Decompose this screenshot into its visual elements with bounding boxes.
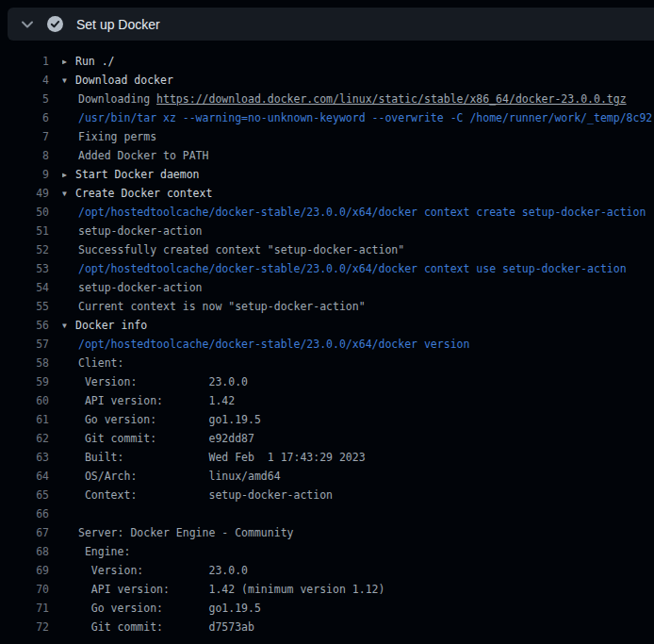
log-line: 50/opt/hostedtoolcache/docker-stable/23.… <box>0 203 654 222</box>
log-line-number[interactable]: 70 <box>0 580 49 599</box>
log-text-line: Version: 23.0.0 <box>62 372 654 391</box>
log-line-number[interactable]: 59 <box>0 372 49 391</box>
log-line-number[interactable]: 49 <box>0 184 49 203</box>
log-line: 9▶Start Docker daemon <box>0 165 654 184</box>
log-line: 70 API version: 1.42 (minimum version 1.… <box>0 580 654 599</box>
caret-expanded-icon[interactable]: ▼ <box>62 72 75 90</box>
log-text-line: Added Docker to PATH <box>62 146 654 165</box>
caret-collapsed-icon[interactable]: ▶ <box>62 166 75 184</box>
log-group-header[interactable]: ▶Start Docker daemon <box>62 165 654 184</box>
log-line: 5Downloading https://download.docker.com… <box>0 90 654 108</box>
log-line-number[interactable]: 62 <box>0 429 49 448</box>
chevron-down-icon[interactable] <box>21 20 34 29</box>
log-line-number[interactable]: 52 <box>0 240 49 259</box>
log-line-number[interactable]: 53 <box>0 259 49 278</box>
log-group-header[interactable]: ▼Download docker <box>62 71 654 90</box>
log-line: 56▼Docker info <box>0 316 654 335</box>
log-line-number[interactable]: 51 <box>0 222 49 240</box>
log-line-number[interactable]: 67 <box>0 523 49 542</box>
log-line-number[interactable]: 68 <box>0 542 49 561</box>
log-text-line: Go version: go1.19.5 <box>62 599 654 618</box>
caret-expanded-icon[interactable]: ▼ <box>62 185 75 203</box>
log-line: 7Fixing perms <box>0 127 654 146</box>
log-group-header[interactable]: ▶Run ./ <box>62 52 654 71</box>
log-line-number[interactable]: 5 <box>0 90 49 108</box>
log-text-line: Built: Wed Feb 1 17:43:29 2023 <box>62 448 654 467</box>
caret-collapsed-icon[interactable]: ▶ <box>62 53 75 71</box>
log-line-number[interactable]: 55 <box>0 297 49 316</box>
log-line-number[interactable]: 7 <box>0 127 49 146</box>
log-text-line: setup-docker-action <box>62 222 654 240</box>
log-command-line: /opt/hostedtoolcache/docker-stable/23.0.… <box>62 335 654 354</box>
log-line-number[interactable]: 63 <box>0 448 49 467</box>
check-circle-icon <box>47 16 63 32</box>
log-output: 1▶Run ./4▼Download docker5Downloading ht… <box>0 41 654 636</box>
log-group-header[interactable]: ▼Create Docker context <box>62 184 654 203</box>
log-line-number[interactable]: 61 <box>0 410 49 429</box>
log-line-number[interactable]: 54 <box>0 278 49 297</box>
log-text: Downloading <box>78 92 156 106</box>
log-text-line <box>62 504 654 523</box>
log-line: 6/usr/bin/tar xz --warning=no-unknown-ke… <box>0 108 654 127</box>
log-line: 4▼Download docker <box>0 71 654 90</box>
log-line: 65 Context: setup-docker-action <box>0 486 654 504</box>
log-line-number[interactable]: 1 <box>0 52 49 71</box>
log-line: 59 Version: 23.0.0 <box>0 372 654 391</box>
log-line: 72 Git commit: d7573ab <box>0 618 654 636</box>
log-line: 58Client: <box>0 354 654 372</box>
log-text-line: Version: 23.0.0 <box>62 561 654 580</box>
log-line: 54setup-docker-action <box>0 278 654 297</box>
log-group-title[interactable]: Start Docker daemon <box>75 168 200 181</box>
log-line: 67Server: Docker Engine - Community <box>0 523 654 542</box>
caret-expanded-icon[interactable]: ▼ <box>62 317 75 335</box>
log-text-line: Git commit: e92dd87 <box>62 429 654 448</box>
log-line-number[interactable]: 57 <box>0 335 49 354</box>
log-url-link[interactable]: https://download.docker.com/linux/static… <box>156 92 627 106</box>
log-line-number[interactable]: 8 <box>0 146 49 165</box>
log-line-number[interactable]: 50 <box>0 203 49 222</box>
log-line: 60 API version: 1.42 <box>0 391 654 410</box>
log-text-line: Engine: <box>62 542 654 561</box>
log-line-number[interactable]: 58 <box>0 354 49 372</box>
log-line: 52Successfully created context "setup-do… <box>0 240 654 259</box>
log-text-line: OS/Arch: linux/amd64 <box>62 467 654 486</box>
log-text-line: Go version: go1.19.5 <box>62 410 654 429</box>
log-text-line: Fixing perms <box>62 127 654 146</box>
log-text-line: API version: 1.42 <box>62 391 654 410</box>
log-line: 71 Go version: go1.19.5 <box>0 599 654 618</box>
log-line-number[interactable]: 72 <box>0 618 49 636</box>
log-group-title[interactable]: Docker info <box>75 319 147 332</box>
log-text-line: Downloading https://download.docker.com/… <box>62 90 654 108</box>
log-group-title[interactable]: Create Docker context <box>75 187 212 200</box>
log-line-number[interactable]: 66 <box>0 504 49 523</box>
log-line: 1▶Run ./ <box>0 52 654 71</box>
log-line: 49▼Create Docker context <box>0 184 654 203</box>
log-line-number[interactable]: 71 <box>0 599 49 618</box>
log-line-number[interactable]: 6 <box>0 108 49 127</box>
log-line-number[interactable]: 9 <box>0 165 49 184</box>
log-text-line: API version: 1.42 (minimum version 1.12) <box>62 580 654 599</box>
log-line: 55Current context is now "setup-docker-a… <box>0 297 654 316</box>
log-group-title[interactable]: Run ./ <box>75 55 115 68</box>
log-line-number[interactable]: 65 <box>0 486 49 504</box>
log-line: 8Added Docker to PATH <box>0 146 654 165</box>
log-line: 68 Engine: <box>0 542 654 561</box>
log-group-header[interactable]: ▼Docker info <box>62 316 654 335</box>
log-line: 53/opt/hostedtoolcache/docker-stable/23.… <box>0 259 654 278</box>
log-text-line: Context: setup-docker-action <box>62 486 654 504</box>
log-line-number[interactable]: 60 <box>0 391 49 410</box>
log-text-line: setup-docker-action <box>62 278 654 297</box>
log-group-title[interactable]: Download docker <box>75 74 173 87</box>
log-line-number[interactable]: 64 <box>0 467 49 486</box>
log-line-number[interactable]: 69 <box>0 561 49 580</box>
log-line: 62 Git commit: e92dd87 <box>0 429 654 448</box>
log-text-line: Successfully created context "setup-dock… <box>62 240 654 259</box>
log-line-number[interactable]: 4 <box>0 71 49 90</box>
log-line: 63 Built: Wed Feb 1 17:43:29 2023 <box>0 448 654 467</box>
log-line-number[interactable]: 56 <box>0 316 49 335</box>
step-header[interactable]: Set up Docker <box>8 8 654 41</box>
log-text-line: Git commit: d7573ab <box>62 618 654 636</box>
log-command-line: /usr/bin/tar xz --warning=no-unknown-key… <box>62 108 654 127</box>
log-text-line: Server: Docker Engine - Community <box>62 523 654 542</box>
log-text-line: Current context is now "setup-docker-act… <box>62 297 654 316</box>
